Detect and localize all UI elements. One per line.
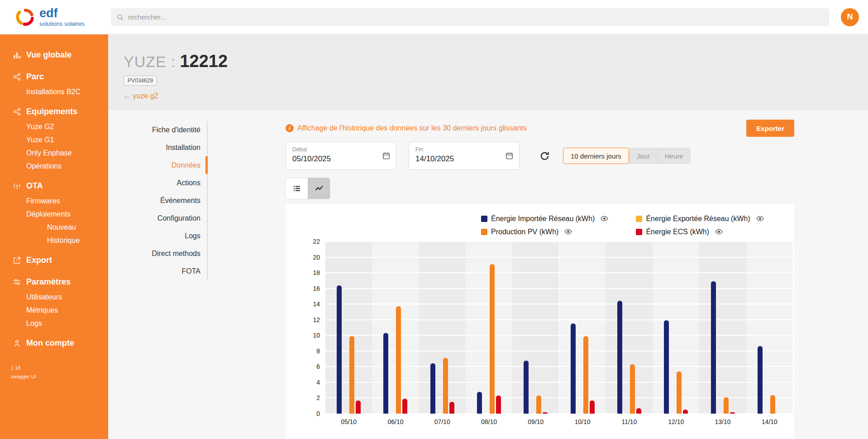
sidebar-footer: 1.18 swagger UI xyxy=(0,365,108,379)
sidebar-item-label: Opérations xyxy=(26,162,62,170)
calendar-icon[interactable] xyxy=(382,152,391,160)
page-title: YUZE : 12212 xyxy=(124,53,868,70)
toolbar-row-dates: Début 05/10/2025 Fin 14/10/2025 xyxy=(286,142,794,170)
y-tick-label: 10 xyxy=(313,332,320,339)
export-button[interactable]: Exporter xyxy=(746,120,794,137)
sidebar-item-yuze-g2[interactable]: Yuze G2 xyxy=(0,120,108,133)
date-end-field[interactable]: Fin 14/10/2025 xyxy=(409,142,520,170)
sidebar-item-label: Métriques xyxy=(26,306,58,314)
bar-production-pv-kwh xyxy=(349,336,354,414)
y-tick-label: 16 xyxy=(313,285,320,292)
tab-fota[interactable]: FOTA xyxy=(108,262,208,280)
gridline xyxy=(325,335,793,336)
eye-icon[interactable] xyxy=(756,214,764,223)
version-label: 1.18 xyxy=(11,365,108,371)
table-view-button[interactable] xyxy=(286,178,308,199)
chart-view-button[interactable] xyxy=(308,178,330,199)
sidebar-item-installations-b2c[interactable]: Installations B2C xyxy=(0,85,108,98)
sidebar-item-ota[interactable]: OTA xyxy=(0,177,108,194)
page-title-value: 12212 xyxy=(180,52,228,71)
bar-energie-ecs-kwh xyxy=(356,400,361,414)
tab-logs[interactable]: Logs xyxy=(108,227,208,245)
sidebar-item-label: Firmwares xyxy=(26,197,60,205)
bar-production-pv-kwh xyxy=(536,396,541,414)
bar-production-pv-kwh xyxy=(677,371,682,414)
search-input[interactable] xyxy=(111,8,829,26)
y-tick-label: 14 xyxy=(313,300,320,308)
sidebar-item-label: Yuze G2 xyxy=(26,123,54,131)
legend-swatch xyxy=(636,216,642,222)
x-tick-label: 09/10 xyxy=(512,418,559,425)
tab-evenements[interactable]: Événements xyxy=(108,192,208,209)
info-icon: i xyxy=(286,124,294,132)
plot-band xyxy=(653,241,699,414)
sidebar: Vue globaleParcInstallations B2CEquipeme… xyxy=(0,34,108,439)
range-button-10-derniers-jours[interactable]: 10 derniers jours xyxy=(563,148,629,164)
sidebar-item-parc[interactable]: Parc xyxy=(0,68,108,85)
range-button-jour[interactable]: Jour xyxy=(629,148,657,164)
sidebar-item-mon-compte[interactable]: Mon compte xyxy=(0,334,108,352)
sidebar-item-deploiements[interactable]: Déploiements xyxy=(0,207,108,221)
plot-band xyxy=(466,241,512,414)
sidebar-item-logs[interactable]: Logs xyxy=(0,317,108,330)
sidebar-item-nouveau[interactable]: Nouveau xyxy=(0,221,108,234)
plot-band xyxy=(606,241,653,414)
eye-icon[interactable] xyxy=(564,227,572,236)
date-start-value: 05/10/2025 xyxy=(292,154,390,164)
tab-fiche-d-identite[interactable]: Fiche d'identité xyxy=(108,121,208,139)
bar-energie-ecs-kwh xyxy=(449,402,454,414)
tab-actions[interactable]: Actions xyxy=(108,174,208,192)
date-start-field[interactable]: Début 05/10/2025 xyxy=(286,142,396,170)
sidebar-item-export[interactable]: Export xyxy=(0,251,108,269)
chart-x-axis: 05/1006/1007/1008/1009/1010/1011/1012/10… xyxy=(325,414,793,427)
sidebar-item-operations[interactable]: Opérations xyxy=(0,159,108,173)
y-tick-label: 4 xyxy=(316,379,320,386)
sidebar-item-metriques[interactable]: Métriques xyxy=(0,304,108,317)
legend-swatch xyxy=(481,229,487,235)
x-tick-label: 13/10 xyxy=(699,418,746,425)
bar-production-pv-kwh xyxy=(490,264,495,414)
eye-icon[interactable] xyxy=(600,214,609,223)
swagger-ui-link[interactable]: swagger UI xyxy=(11,374,108,379)
sidebar-item-label: Mon compte xyxy=(26,338,74,348)
gridline xyxy=(325,366,793,367)
sidebar-item-vue-globale[interactable]: Vue globale xyxy=(0,46,108,63)
sidebar-item-parametres[interactable]: Paramètres xyxy=(0,273,108,290)
tab-direct-methods[interactable]: Direct methods xyxy=(108,245,208,262)
sidebar-item-utilisateurs[interactable]: Utilisateurs xyxy=(0,290,108,304)
sidebar-item-yuze-g1[interactable]: Yuze G1 xyxy=(0,133,108,146)
network-icon xyxy=(13,107,22,116)
gridline xyxy=(325,257,793,258)
bar-energie-ecs-kwh xyxy=(590,400,595,414)
eye-icon[interactable] xyxy=(715,227,723,236)
sidebar-item-only-enphase[interactable]: Only Enphase xyxy=(0,146,108,159)
app-body: Vue globaleParcInstallations B2CEquipeme… xyxy=(0,34,868,439)
search-bar xyxy=(111,8,829,26)
date-start-label: Début xyxy=(292,146,390,153)
bar-energie-importee-reseau-kwh xyxy=(477,392,482,414)
legend-swatch xyxy=(636,229,642,235)
tab-installation[interactable]: Installation xyxy=(108,139,208,156)
gridline xyxy=(325,272,793,273)
y-tick-label: 2 xyxy=(316,394,320,401)
avatar[interactable]: N xyxy=(841,8,859,26)
sidebar-item-historique[interactable]: Historique xyxy=(0,234,108,247)
detail-tabs: Fiche d'identitéInstallationDonnéesActio… xyxy=(108,110,208,439)
plot-band xyxy=(325,241,372,414)
tab-configuration[interactable]: Configuration xyxy=(108,209,208,227)
toolbar-row-view xyxy=(286,178,794,199)
refresh-button[interactable] xyxy=(539,150,550,162)
gridline xyxy=(325,241,793,242)
date-end-value: 14/10/2025 xyxy=(415,154,513,164)
tab-content: i Affichage de l'historique des données … xyxy=(208,110,868,439)
back-link[interactable]: ← yuze g2 xyxy=(124,92,868,100)
sidebar-item-equipements[interactable]: Equipements xyxy=(0,103,108,120)
chart-plot: 0246810121416182022 xyxy=(325,241,793,414)
y-tick-label: 0 xyxy=(316,410,320,417)
edf-logo[interactable]: edf solutions solaires xyxy=(0,7,108,27)
bar-energie-importee-reseau-kwh xyxy=(571,323,576,414)
range-button-heure[interactable]: Heure xyxy=(657,148,691,164)
calendar-icon[interactable] xyxy=(505,152,514,160)
sidebar-item-firmwares[interactable]: Firmwares xyxy=(0,194,108,207)
tab-donnees[interactable]: Données xyxy=(108,156,208,174)
